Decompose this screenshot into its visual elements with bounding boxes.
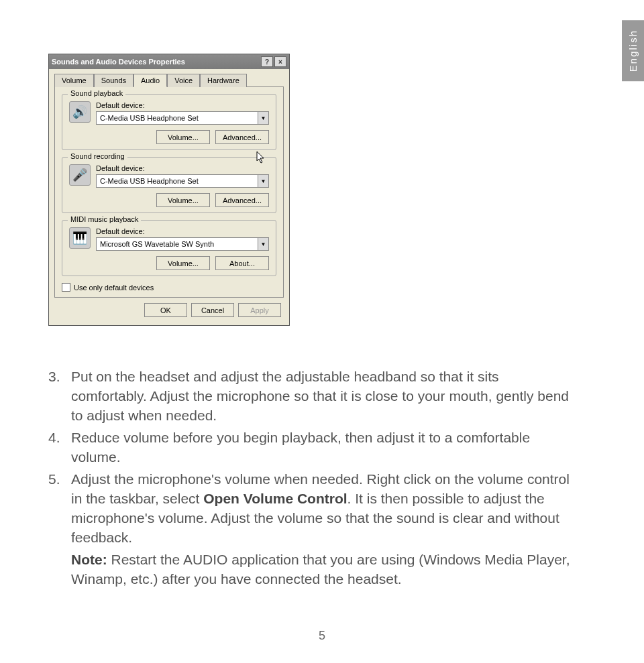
titlebar[interactable]: Sounds and Audio Devices Properties ? × — [49, 54, 289, 69]
playback-device-value: C-Media USB Headphone Set — [97, 114, 258, 122]
tab-sounds[interactable]: Sounds — [94, 74, 133, 87]
midi-device-value: Microsoft GS Wavetable SW Synth — [97, 240, 258, 248]
step-5-number: 5. — [48, 470, 71, 548]
midi-icon: 🎹 — [69, 227, 91, 249]
tab-audio[interactable]: Audio — [133, 74, 167, 87]
note-text: Note: Restart the AUDIO application that… — [48, 550, 578, 589]
recording-device-combo[interactable]: C-Media USB Headphone Set ▼ — [96, 174, 269, 188]
playback-device-combo[interactable]: C-Media USB Headphone Set ▼ — [96, 111, 269, 125]
playback-volume-button[interactable]: Volume... — [156, 130, 210, 144]
step-3-text: Put on the headset and adjust the adjust… — [71, 367, 578, 426]
midi-device-combo[interactable]: Microsoft GS Wavetable SW Synth ▼ — [96, 237, 269, 251]
step-3-number: 3. — [48, 367, 71, 426]
cancel-button[interactable]: Cancel — [191, 303, 234, 317]
dialog-button-row: OK Cancel Apply — [49, 303, 289, 325]
sounds-audio-dialog: Sounds and Audio Devices Properties ? × … — [48, 54, 290, 326]
dialog-title: Sounds and Audio Devices Properties — [52, 58, 260, 66]
default-devices-checkbox[interactable] — [62, 283, 70, 292]
tab-strip: Volume Sounds Audio Voice Hardware — [49, 69, 289, 86]
help-button[interactable]: ? — [261, 56, 273, 67]
instruction-text: 3. Put on the headset and adjust the adj… — [48, 367, 578, 589]
recording-volume-button[interactable]: Volume... — [156, 193, 210, 207]
close-button[interactable]: × — [274, 56, 286, 67]
open-volume-control-bold: Open Volume Control — [203, 491, 347, 506]
recording-label: Default device: — [96, 164, 269, 172]
playback-label: Default device: — [96, 101, 269, 109]
midi-label: Default device: — [96, 227, 269, 235]
chevron-down-icon[interactable]: ▼ — [258, 175, 268, 187]
midi-volume-button[interactable]: Volume... — [156, 256, 210, 270]
chevron-down-icon[interactable]: ▼ — [258, 112, 268, 124]
group-title-playback: Sound playback — [68, 89, 125, 97]
recording-device-value: C-Media USB Headphone Set — [97, 177, 258, 185]
note-label: Note: — [71, 552, 107, 567]
chevron-down-icon[interactable]: ▼ — [258, 238, 268, 250]
microphone-icon: 🎤 — [69, 164, 91, 186]
dialog-screenshot: Sounds and Audio Devices Properties ? × … — [48, 54, 290, 326]
step-4-text: Reduce volume before you begin playback,… — [71, 428, 578, 467]
ok-button[interactable]: OK — [144, 303, 187, 317]
group-title-recording: Sound recording — [68, 152, 127, 160]
playback-advanced-button[interactable]: Advanced... — [215, 130, 269, 144]
default-devices-label: Use only default devices — [74, 284, 154, 292]
group-title-midi: MIDI music playback — [68, 215, 141, 223]
tab-panel-audio: Sound playback 🔊 Default device: C-Media… — [54, 86, 284, 298]
group-sound-playback: Sound playback 🔊 Default device: C-Media… — [62, 94, 276, 150]
recording-advanced-button[interactable]: Advanced... — [215, 193, 269, 207]
apply-button[interactable]: Apply — [238, 303, 281, 317]
tab-hardware[interactable]: Hardware — [200, 74, 247, 87]
tab-volume[interactable]: Volume — [54, 74, 94, 87]
page-number: 5 — [0, 629, 644, 643]
group-midi-playback: MIDI music playback 🎹 Default device: Mi… — [62, 220, 276, 276]
tab-voice[interactable]: Voice — [167, 74, 200, 87]
language-tab: English — [622, 20, 644, 81]
step-4-number: 4. — [48, 428, 71, 467]
group-sound-recording: Sound recording 🎤 Default device: C-Medi… — [62, 157, 276, 213]
step-5-text: Adjust the microphone's volume when need… — [71, 470, 578, 548]
speaker-icon: 🔊 — [69, 101, 91, 123]
default-devices-row[interactable]: Use only default devices — [62, 283, 276, 292]
midi-about-button[interactable]: About... — [215, 256, 269, 270]
